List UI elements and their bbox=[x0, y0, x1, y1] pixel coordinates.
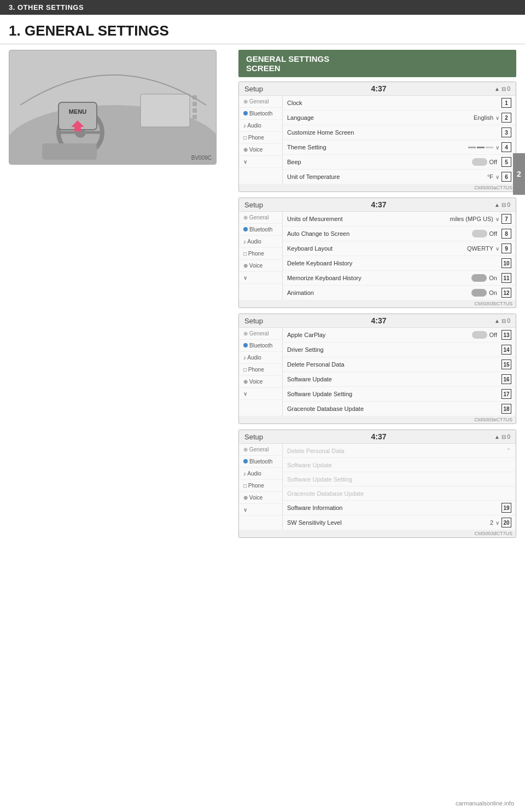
sidebar2-bluetooth[interactable]: Bluetooth bbox=[239, 224, 282, 236]
watermark: carmanualsonline.info bbox=[456, 800, 514, 807]
svg-rect-13 bbox=[192, 108, 197, 113]
panel2-content: Units of Mesurement miles (MPG US) ∨ 7 A… bbox=[283, 212, 516, 300]
sidebar4-voice[interactable]: ⊕ Voice bbox=[239, 492, 282, 504]
row-num-16: 16 bbox=[501, 374, 511, 384]
row-memorize-keyboard[interactable]: Memorize Keyboard History On 11 bbox=[283, 271, 516, 286]
page-number-tab: 2 bbox=[513, 153, 525, 195]
row-software-update[interactable]: Software Update 16 bbox=[283, 372, 516, 387]
row-theme[interactable]: Theme Setting ∨ 4 bbox=[283, 140, 516, 155]
sidebar4-general[interactable]: ⊕ General bbox=[239, 444, 282, 456]
image-label: BV009C bbox=[191, 155, 212, 161]
sidebar-phone[interactable]: □ Phone bbox=[239, 132, 282, 144]
panel3-header: Setup 4:37 ▲ ⊟ 0 bbox=[239, 314, 516, 328]
row-clock[interactable]: Clock 1 bbox=[283, 96, 516, 111]
sidebar4-audio[interactable]: ♪ Audio bbox=[239, 468, 282, 480]
row-num-14: 14 bbox=[501, 345, 511, 355]
sidebar2-voice[interactable]: ⊕ Voice bbox=[239, 260, 282, 272]
sidebar3-bluetooth[interactable]: Bluetooth bbox=[239, 340, 282, 352]
sidebar2-general[interactable]: ⊕ General bbox=[239, 212, 282, 224]
row-num-11: 11 bbox=[501, 273, 511, 283]
sidebar-audio[interactable]: ♪ Audio bbox=[239, 120, 282, 132]
panel2-body: ⊕ General Bluetooth ♪ Audio □ Phone ⊕ Vo… bbox=[239, 212, 516, 300]
row-delete-keyboard[interactable]: Delete Keyboard History 10 bbox=[283, 256, 516, 271]
row-driver-setting[interactable]: Driver Setting 14 bbox=[283, 343, 516, 357]
panel4-body: ⊕ General Bluetooth ♪ Audio □ Phone ⊕ Vo… bbox=[239, 444, 516, 530]
sidebar-general[interactable]: ⊕ General bbox=[239, 96, 282, 108]
chevron-language: ∨ bbox=[495, 115, 499, 121]
sidebar2-phone[interactable]: □ Phone bbox=[239, 248, 282, 260]
row-language[interactable]: Language English ∨ 2 bbox=[283, 111, 516, 125]
panel1-icons: ▲ ⊟ 0 bbox=[494, 86, 510, 92]
beep-toggle[interactable] bbox=[472, 158, 487, 166]
row-software-update-setting[interactable]: Software Update Setting 17 bbox=[283, 387, 516, 402]
panel3-body: ⊕ General Bluetooth ♪ Audio □ Phone ⊕ Vo… bbox=[239, 328, 516, 416]
sidebar4-more[interactable]: ∨ bbox=[239, 504, 282, 516]
autochange-toggle[interactable] bbox=[472, 230, 487, 237]
chevron-sensitivity: ∨ bbox=[495, 520, 499, 526]
sidebar3-general[interactable]: ⊕ General bbox=[239, 328, 282, 340]
row-num-15: 15 bbox=[501, 359, 511, 369]
car-image: MENU BV009C bbox=[9, 50, 217, 165]
setup-panel-2: Setup 4:37 ▲ ⊟ 0 ⊕ General Bluetooth ♪ A… bbox=[238, 198, 516, 308]
row-beep[interactable]: Beep Off 5 bbox=[283, 155, 516, 170]
row-animation[interactable]: Animation On 12 bbox=[283, 286, 516, 300]
row-num-4: 4 bbox=[501, 142, 511, 152]
sidebar2-audio[interactable]: ♪ Audio bbox=[239, 236, 282, 248]
row-gracenote-update[interactable]: Gracenote Database Update 18 bbox=[283, 402, 516, 416]
svg-text:MENU: MENU bbox=[69, 108, 86, 115]
row-num-20: 20 bbox=[501, 518, 511, 527]
row-num-17: 17 bbox=[501, 389, 511, 399]
sidebar3-voice[interactable]: ⊕ Voice bbox=[239, 376, 282, 388]
row-num-5: 5 bbox=[501, 157, 511, 167]
panel4-time: 4:37 bbox=[371, 432, 386, 441]
row-software-info[interactable]: Software Information 19 bbox=[283, 501, 516, 515]
carplay-toggle[interactable] bbox=[472, 331, 487, 339]
sidebar3-audio[interactable]: ♪ Audio bbox=[239, 352, 282, 364]
svg-rect-15 bbox=[42, 143, 97, 160]
sidebar3-phone[interactable]: □ Phone bbox=[239, 364, 282, 376]
panel3-content: Apple CarPlay Off 13 Driver Setting 14 D… bbox=[283, 328, 516, 416]
sidebar4-bluetooth[interactable]: Bluetooth bbox=[239, 456, 282, 468]
main-content: MENU BV009C GENERAL SET bbox=[0, 44, 525, 549]
panel1-header: Setup 4:37 ▲ ⊟ 0 bbox=[239, 82, 516, 96]
animation-toggle[interactable] bbox=[471, 289, 487, 297]
row-customize[interactable]: Customize Home Screen 3 bbox=[283, 125, 516, 140]
setup-panel-4: Setup 4:37 ▲ ⊟ 0 ⊕ General Bluetooth ♪ A… bbox=[238, 430, 516, 538]
panel4-header: Setup 4:37 ▲ ⊟ 0 bbox=[239, 430, 516, 444]
row-apple-carplay[interactable]: Apple CarPlay Off 13 bbox=[283, 328, 516, 343]
row-num-3: 3 bbox=[501, 127, 511, 137]
panel3-icons: ▲ ⊟ 0 bbox=[494, 318, 510, 324]
general-settings-header: GENERAL SETTINGS SCREEN bbox=[238, 50, 516, 77]
row-sw-sensitivity[interactable]: SW Sensitivity Level 2 ∨ 20 bbox=[283, 515, 516, 530]
row-temp[interactable]: Unit of Temperature °F ∨ 6 bbox=[283, 170, 516, 184]
panel3-sidebar: ⊕ General Bluetooth ♪ Audio □ Phone ⊕ Vo… bbox=[239, 328, 283, 416]
section-title-line2: SCREEN bbox=[246, 63, 281, 73]
panel4-content: Delete Personal Data ⌃ Software Update S… bbox=[283, 444, 516, 530]
row-auto-change[interactable]: Auto Change to Screen Off 8 bbox=[283, 227, 516, 241]
sidebar2-more[interactable]: ∨ bbox=[239, 272, 282, 284]
row-delete-personal-2: Delete Personal Data ⌃ bbox=[283, 444, 516, 458]
panel4-cms: CMS003dCT7US bbox=[239, 530, 516, 537]
panel2-time: 4:37 bbox=[371, 200, 386, 209]
row-num-2: 2 bbox=[501, 113, 511, 123]
row-gracenote-2: Gracenote Database Update bbox=[283, 486, 516, 501]
sidebar4-phone[interactable]: □ Phone bbox=[239, 480, 282, 492]
sidebar-more[interactable]: ∨ bbox=[239, 156, 282, 168]
sidebar-voice[interactable]: ⊕ Voice bbox=[239, 144, 282, 156]
row-delete-personal[interactable]: Delete Personal Data 15 bbox=[283, 357, 516, 372]
sidebar-bluetooth[interactable]: Bluetooth bbox=[239, 108, 282, 120]
svg-rect-12 bbox=[192, 102, 197, 106]
panel2-cms: CMS003bCT7US bbox=[239, 300, 516, 308]
sidebar3-more[interactable]: ∨ bbox=[239, 388, 282, 400]
memorize-toggle[interactable] bbox=[471, 274, 487, 282]
panel4-sidebar: ⊕ General Bluetooth ♪ Audio □ Phone ⊕ Vo… bbox=[239, 444, 283, 530]
car-dashboard-svg: MENU bbox=[9, 50, 217, 165]
row-keyboard-layout[interactable]: Keyboard Layout QWERTY ∨ 9 bbox=[283, 241, 516, 256]
row-num-18: 18 bbox=[501, 404, 511, 414]
left-column: MENU BV009C bbox=[9, 50, 228, 543]
chevron-temp: ∨ bbox=[495, 174, 499, 180]
row-num-19: 19 bbox=[501, 503, 511, 513]
row-units-mesurement[interactable]: Units of Mesurement miles (MPG US) ∨ 7 bbox=[283, 212, 516, 227]
theme-icon bbox=[468, 147, 493, 148]
row-num-10: 10 bbox=[501, 258, 511, 268]
